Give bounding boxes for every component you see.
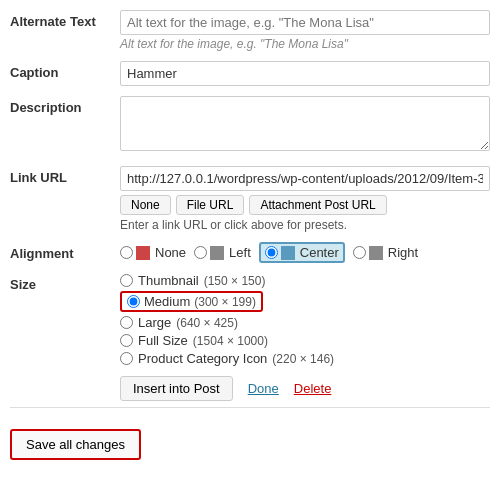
- align-none-radio[interactable]: [120, 246, 133, 259]
- size-product-radio[interactable]: [120, 352, 133, 365]
- alternate-text-input[interactable]: [120, 10, 490, 35]
- size-thumbnail-option[interactable]: Thumbnail (150 × 150): [120, 273, 490, 288]
- size-label: Size: [10, 273, 120, 292]
- align-left-label: Left: [229, 245, 251, 260]
- insert-into-post-button[interactable]: Insert into Post: [120, 376, 233, 401]
- align-left-option[interactable]: Left: [194, 245, 251, 260]
- size-row: Size Thumbnail (150 × 150) Medium (300 ×…: [10, 273, 490, 366]
- alternate-text-row: Alternate Text Alt text for the image, e…: [10, 10, 490, 51]
- size-product-option[interactable]: Product Category Icon (220 × 146): [120, 351, 490, 366]
- link-url-input[interactable]: [120, 166, 490, 191]
- size-medium-label: Medium: [144, 294, 190, 309]
- size-full-radio[interactable]: [120, 334, 133, 347]
- alignment-label: Alignment: [10, 242, 120, 261]
- size-full-label: Full Size: [138, 333, 188, 348]
- alternate-text-label: Alternate Text: [10, 10, 120, 29]
- align-right-radio[interactable]: [353, 246, 366, 259]
- align-right-icon: [369, 246, 383, 260]
- size-product-label: Product Category Icon: [138, 351, 267, 366]
- alignment-field: None Left Center Right: [120, 242, 490, 263]
- align-left-icon: [210, 246, 224, 260]
- alignment-row: Alignment None Left: [10, 242, 490, 263]
- link-url-field: None File URL Attachment Post URL Enter …: [120, 166, 490, 232]
- link-url-row: Link URL None File URL Attachment Post U…: [10, 166, 490, 232]
- preset-buttons-group: None File URL Attachment Post URL: [120, 195, 490, 215]
- image-edit-form: Alternate Text Alt text for the image, e…: [0, 0, 500, 470]
- size-large-label: Large: [138, 315, 171, 330]
- preset-none-button[interactable]: None: [120, 195, 171, 215]
- size-thumbnail-radio[interactable]: [120, 274, 133, 287]
- align-center-radio[interactable]: [265, 246, 278, 259]
- preset-file-url-button[interactable]: File URL: [176, 195, 245, 215]
- align-center-label: Center: [300, 245, 339, 260]
- save-all-changes-button[interactable]: Save all changes: [10, 429, 141, 460]
- size-thumbnail-label: Thumbnail: [138, 273, 199, 288]
- delete-link[interactable]: Delete: [294, 381, 332, 396]
- alignment-options-group: None Left Center Right: [120, 242, 490, 263]
- size-product-dims: (220 × 146): [272, 352, 334, 366]
- alternate-text-field: Alt text for the image, e.g. "The Mona L…: [120, 10, 490, 51]
- preset-attachment-button[interactable]: Attachment Post URL: [249, 195, 386, 215]
- align-center-icon: [281, 246, 295, 260]
- size-large-radio[interactable]: [120, 316, 133, 329]
- divider: [10, 407, 490, 408]
- description-field: [120, 96, 490, 154]
- actions-row: Insert into Post Done Delete: [10, 376, 490, 401]
- size-options-group: Thumbnail (150 × 150) Medium (300 × 199)…: [120, 273, 490, 366]
- size-full-option[interactable]: Full Size (1504 × 1000): [120, 333, 490, 348]
- description-row: Description: [10, 96, 490, 156]
- caption-field: [120, 61, 490, 86]
- align-center-option[interactable]: Center: [259, 242, 345, 263]
- caption-input[interactable]: [120, 61, 490, 86]
- size-large-dims: (640 × 425): [176, 316, 238, 330]
- size-medium-dims: (300 × 199): [194, 295, 256, 309]
- caption-row: Caption: [10, 61, 490, 86]
- done-link[interactable]: Done: [248, 381, 279, 396]
- description-label: Description: [10, 96, 120, 115]
- size-large-option[interactable]: Large (640 × 425): [120, 315, 490, 330]
- align-right-option[interactable]: Right: [353, 245, 418, 260]
- size-medium-option[interactable]: Medium (300 × 199): [120, 291, 490, 312]
- size-thumbnail-dims: (150 × 150): [204, 274, 266, 288]
- caption-label: Caption: [10, 61, 120, 80]
- size-field: Thumbnail (150 × 150) Medium (300 × 199)…: [120, 273, 490, 366]
- size-full-dims: (1504 × 1000): [193, 334, 268, 348]
- alternate-text-hint: Alt text for the image, e.g. "The Mona L…: [120, 37, 490, 51]
- align-right-label: Right: [388, 245, 418, 260]
- size-medium-selected-wrapper: Medium (300 × 199): [120, 291, 263, 312]
- align-none-label: None: [155, 245, 186, 260]
- align-none-option[interactable]: None: [120, 245, 186, 260]
- size-medium-radio[interactable]: [127, 295, 140, 308]
- link-url-hint: Enter a link URL or click above for pres…: [120, 218, 490, 232]
- align-left-radio[interactable]: [194, 246, 207, 259]
- link-url-label: Link URL: [10, 166, 120, 185]
- description-input[interactable]: [120, 96, 490, 151]
- align-none-icon: [136, 246, 150, 260]
